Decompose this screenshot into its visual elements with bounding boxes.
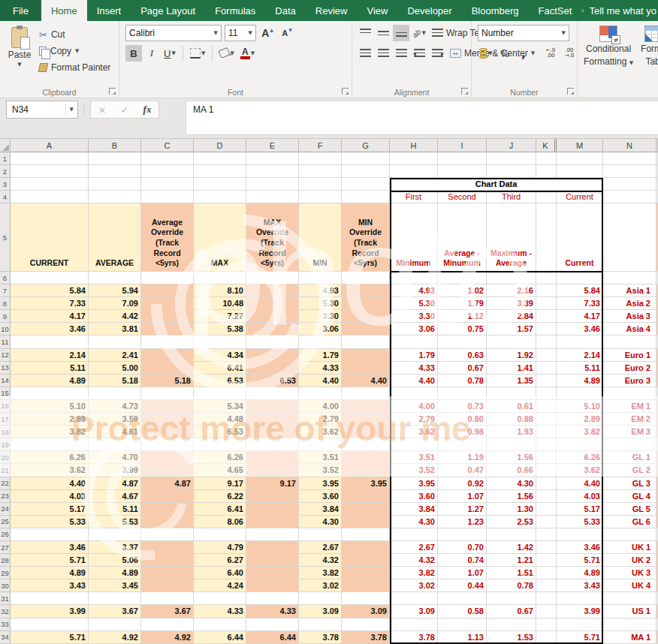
cell-J19[interactable] — [487, 438, 536, 451]
cell-F27[interactable]: 2.67 — [299, 541, 342, 554]
cell-N31[interactable] — [603, 592, 656, 605]
cell-H29[interactable]: 3.82 — [390, 567, 438, 579]
cell-M32[interactable]: 3.99 — [557, 605, 603, 618]
cell-C1[interactable] — [141, 152, 194, 165]
cell-H1[interactable] — [390, 152, 438, 165]
cell-J9[interactable]: 2.84 — [487, 310, 536, 323]
cell-E26[interactable] — [246, 528, 299, 541]
cell-D24[interactable]: 6.41 — [194, 503, 246, 516]
cell-K14[interactable] — [536, 375, 557, 387]
cell-E15[interactable] — [246, 387, 299, 400]
row-header-13[interactable]: 13 — [0, 362, 11, 375]
row-header-19[interactable]: 19 — [0, 438, 11, 451]
cell-I24[interactable]: 1.27 — [438, 503, 487, 516]
cell-E22[interactable]: 9.17 — [246, 477, 299, 490]
cell-B16[interactable]: 4.73 — [89, 400, 141, 413]
row-header-22[interactable]: 22 — [0, 477, 11, 490]
cell-M18[interactable]: 3.82 — [557, 426, 603, 438]
increase-decimal-button[interactable]: ←.0.00 — [542, 45, 559, 62]
cell-B2[interactable] — [89, 165, 141, 178]
cell-M4[interactable]: Current — [557, 191, 603, 203]
cell-D33[interactable] — [194, 618, 246, 631]
cell-K29[interactable] — [536, 567, 557, 579]
cell-C28[interactable] — [141, 554, 194, 567]
cell-J1[interactable] — [487, 152, 536, 165]
cell-F30[interactable]: 3.02 — [299, 579, 342, 592]
cell-I4[interactable]: Second — [438, 191, 487, 203]
cell-J25[interactable]: 2.53 — [487, 516, 536, 528]
tab-factset[interactable]: FactSet — [529, 0, 582, 21]
cell-J26[interactable] — [487, 528, 536, 541]
cell-A12[interactable]: 2.14 — [11, 349, 89, 362]
row-header-3[interactable]: 3 — [0, 178, 11, 191]
format-painter-button[interactable]: Format Painter — [36, 59, 113, 76]
row-header-20[interactable]: 20 — [0, 451, 11, 464]
cell-H16[interactable]: 4.00 — [390, 400, 438, 413]
cell-N13[interactable]: Euro 2 — [603, 362, 656, 375]
cell-C17[interactable] — [141, 413, 194, 426]
cell-H21[interactable]: 3.52 — [390, 464, 438, 477]
cell-C27[interactable] — [141, 541, 194, 554]
cell-E33[interactable] — [246, 618, 299, 631]
cell-C33[interactable] — [141, 618, 194, 631]
cell-K19[interactable] — [536, 438, 557, 451]
cell-A25[interactable]: 5.33 — [11, 516, 89, 528]
cell-J17[interactable]: 0.88 — [487, 413, 536, 426]
cell-A15[interactable] — [11, 387, 89, 400]
name-box[interactable]: N34 ▼ — [6, 101, 78, 119]
cell-E13[interactable] — [246, 362, 299, 375]
cell-B19[interactable] — [89, 438, 141, 451]
cell-B25[interactable]: 5.53 — [89, 516, 141, 528]
cell-F10[interactable]: 3.06 — [299, 323, 342, 336]
cell-G33[interactable] — [342, 618, 390, 631]
cell-K2[interactable] — [536, 165, 557, 178]
cell-H34[interactable]: 3.78 — [390, 631, 438, 644]
col-header-A[interactable]: A — [11, 139, 89, 152]
cell-F25[interactable]: 4.30 — [299, 516, 342, 528]
cell-I20[interactable]: 1.19 — [438, 451, 487, 464]
cell-A7[interactable]: 5.84 — [11, 284, 89, 297]
cell-N12[interactable]: Euro 1 — [603, 349, 656, 362]
col-header-B[interactable]: B — [89, 139, 141, 152]
cell-N30[interactable]: UK 4 — [603, 579, 656, 592]
cell-H26[interactable] — [390, 528, 438, 541]
cell-C26[interactable] — [141, 528, 194, 541]
cell-F19[interactable] — [299, 438, 342, 451]
enter-icon[interactable]: ✓ — [113, 104, 136, 116]
cell-I27[interactable]: 0.70 — [438, 541, 487, 554]
cell-M19[interactable] — [557, 438, 603, 451]
font-dialog-launcher[interactable] — [342, 88, 349, 95]
cell-A28[interactable]: 5.71 — [11, 554, 89, 567]
comma-style-button[interactable]: , — [515, 45, 532, 62]
row-header-16[interactable]: 16 — [0, 400, 11, 413]
cell-F34[interactable]: 3.78 — [299, 631, 342, 644]
cell-B14[interactable]: 5.18 — [89, 375, 141, 387]
cell-N34[interactable]: MA 1 — [603, 631, 656, 644]
cell-N2[interactable] — [603, 165, 656, 178]
cell-K20[interactable] — [536, 451, 557, 464]
cell-G29[interactable] — [342, 567, 390, 579]
cell-K11[interactable] — [536, 336, 557, 348]
cell-J2[interactable] — [487, 165, 536, 178]
row-header-34[interactable]: 34 — [0, 631, 11, 644]
cell-N5[interactable] — [603, 203, 656, 272]
cell-H30[interactable]: 3.02 — [390, 579, 438, 592]
cell-G9[interactable] — [342, 310, 390, 323]
cell-I32[interactable]: 0.58 — [438, 605, 487, 618]
row-header-24[interactable]: 24 — [0, 503, 11, 516]
cell-D1[interactable] — [194, 152, 246, 165]
cell-J34[interactable]: 1.53 — [487, 631, 536, 644]
cell-I21[interactable]: 0.47 — [438, 464, 487, 477]
cell-J10[interactable]: 1.57 — [487, 323, 536, 336]
cell-J5[interactable]: Maximum - Average — [487, 203, 536, 272]
cell-K21[interactable] — [536, 464, 557, 477]
cell-A8[interactable]: 7.33 — [11, 297, 89, 310]
col-header-C[interactable]: C — [141, 139, 194, 152]
cell-C13[interactable] — [141, 362, 194, 375]
cell-H4[interactable]: First — [390, 191, 438, 203]
cell-A13[interactable]: 5.11 — [11, 362, 89, 375]
align-left-button[interactable] — [357, 45, 373, 62]
cell-I19[interactable] — [438, 438, 487, 451]
cell-D27[interactable]: 4.79 — [194, 541, 246, 554]
col-header-G[interactable]: G — [342, 139, 390, 152]
